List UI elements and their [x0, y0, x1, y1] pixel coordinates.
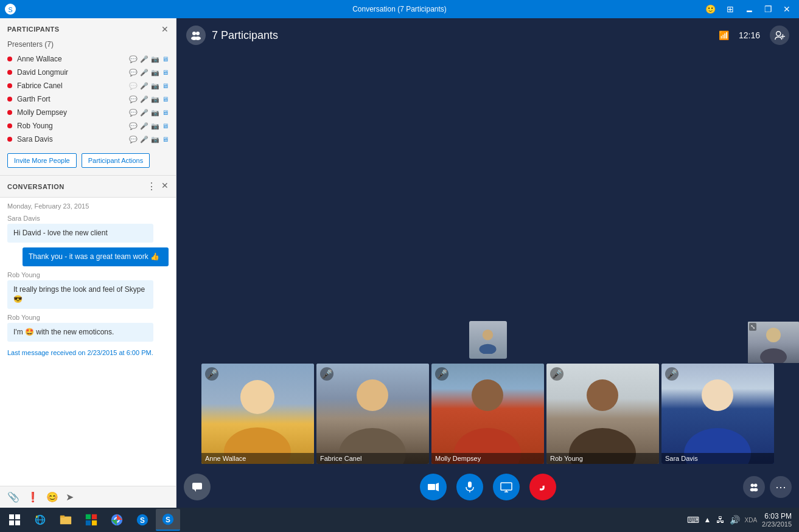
end-call-button[interactable]: [529, 474, 556, 500]
add-person-icon: [774, 30, 785, 41]
emoji-picker-icon[interactable]: 😊: [46, 491, 58, 503]
conversation-input-bar: 📎 ❗ 😊 ➤: [0, 486, 176, 508]
svg-rect-55: [92, 520, 97, 525]
ie-button[interactable]: e: [28, 509, 52, 531]
anne-wallace-tile[interactable]: 🎤 Anne Wallace: [201, 364, 314, 464]
svg-point-41: [753, 488, 758, 491]
store-button[interactable]: [79, 509, 103, 531]
skype-active-button[interactable]: S: [156, 509, 180, 531]
conversation-close-btn[interactable]: ✕: [161, 181, 169, 192]
conversation-more-btn[interactable]: ⋮: [147, 181, 156, 192]
controls-bar: ⋯: [176, 466, 799, 508]
video-icon: 📷: [151, 136, 159, 143]
invite-more-button[interactable]: Invite More People: [7, 153, 77, 168]
status-dot: [7, 57, 12, 61]
svg-text:S: S: [140, 516, 145, 525]
svg-rect-50: [60, 517, 71, 525]
video-toggle-button[interactable]: [420, 474, 447, 500]
mic-toggle-button[interactable]: [456, 474, 483, 500]
participant-item[interactable]: Garth Fort 💬 🎤 📷 🖥: [0, 92, 176, 106]
important-icon[interactable]: ❗: [27, 491, 39, 503]
participant-icons: 💬 🎤 📷 🖥: [129, 109, 169, 117]
participant-name: Rob Young: [17, 122, 129, 130]
participant-item[interactable]: Anne Wallace 💬 🎤 📷 🖥: [0, 52, 176, 66]
chat-bubble: Hi David - love the new client: [7, 224, 153, 243]
tray-chevron[interactable]: ▲: [704, 516, 711, 524]
add-person-button[interactable]: [770, 26, 789, 45]
left-panel: PARTICIPANTS ✕ Presenters (7) Anne Walla…: [0, 18, 176, 508]
participants-close-btn[interactable]: ✕: [161, 24, 169, 34]
minimize-icon[interactable]: 🗕: [741, 3, 757, 15]
explorer-icon: [59, 513, 72, 527]
rob-young-tile[interactable]: 🎤 Rob Young: [546, 364, 659, 464]
pip-expand-icon[interactable]: ⤡: [749, 323, 756, 331]
participant-item[interactable]: Fabrice Canel 💬 🎤 📷 🖥: [0, 79, 176, 92]
svg-point-24: [702, 379, 733, 411]
attachment-icon[interactable]: 📎: [7, 491, 19, 503]
signal-icon: 📶: [719, 30, 729, 40]
mute-icon: 🎤: [665, 367, 679, 381]
participant-actions-button[interactable]: Participant Actions: [82, 153, 150, 168]
restore-icon[interactable]: ❐: [761, 3, 776, 15]
more-options-button[interactable]: ⋯: [770, 476, 792, 498]
participants-view-button[interactable]: [743, 476, 765, 498]
fabrice-canel-tile[interactable]: 🎤 Fabrice Canel: [316, 364, 429, 464]
send-icon[interactable]: ➤: [66, 491, 74, 503]
conversation-body: Monday, February 23, 2015 Sara Davis Hi …: [0, 198, 176, 486]
skype-taskbar-icon: S: [136, 513, 149, 527]
group-small-icon: [748, 482, 759, 492]
svg-text:S: S: [8, 6, 12, 13]
mic-muted-icon: 🎤: [140, 136, 148, 143]
explorer-button[interactable]: [54, 509, 78, 531]
mic-muted-icon: 🎤: [140, 55, 148, 63]
svg-text:S: S: [166, 516, 170, 524]
chat-off-icon: 💬: [129, 82, 138, 90]
tile-name: Rob Young: [546, 453, 659, 464]
david-longmuir-pip-tile[interactable]: ⤡: [748, 322, 799, 363]
participant-name: Sara Davis: [17, 135, 129, 143]
garth-fort-tile[interactable]: [469, 321, 507, 359]
participant-item[interactable]: Rob Young 💬 🎤 📷 🖥: [0, 119, 176, 133]
chat-button[interactable]: [184, 474, 211, 500]
close-icon[interactable]: ✕: [780, 3, 794, 15]
participant-name: Fabrice Canel: [17, 81, 129, 90]
conversation-title: CONVERSATION: [7, 183, 65, 190]
participant-item[interactable]: David Longmuir 💬 🎤 📷 🖥: [0, 66, 176, 79]
screen-icon: [500, 481, 512, 493]
david-pip-wrapper: ⤡: [748, 322, 799, 363]
participant-item[interactable]: Sara Davis 💬 🎤 📷 🖥: [0, 133, 176, 146]
clock-time: 6:03 PM: [764, 512, 792, 520]
start-button[interactable]: [2, 509, 27, 531]
screen-share-button[interactable]: [493, 474, 520, 500]
emoji-icon[interactable]: 🙂: [702, 3, 719, 15]
svg-rect-52: [86, 514, 91, 519]
volume-icon[interactable]: 🔊: [730, 515, 740, 525]
svg-point-9: [483, 330, 494, 340]
video-grid-wrapper: 🎤 Anne Wallace: [176, 52, 799, 466]
status-dot: [7, 110, 12, 115]
screen-icon: 🖥: [162, 109, 169, 116]
participant-name: Molly Dempsey: [17, 108, 129, 117]
screen-icon: 🖥: [162, 95, 169, 103]
svg-rect-31: [428, 484, 435, 490]
participant-icons: 💬 🎤 📷 🖥: [129, 55, 169, 63]
grid-icon[interactable]: ⊞: [723, 3, 738, 15]
chrome-icon: [110, 513, 124, 527]
sara-davis-tile[interactable]: 🎤 Sara Davis: [661, 364, 774, 464]
main-container: PARTICIPANTS ✕ Presenters (7) Anne Walla…: [0, 18, 799, 508]
participant-item[interactable]: Molly Dempsey 💬 🎤 📷 🖥: [0, 106, 176, 119]
windows-icon: [9, 514, 21, 526]
video-header-right: 📶 12:16: [719, 26, 789, 45]
chrome-button[interactable]: [105, 509, 129, 531]
status-dot: [7, 137, 12, 142]
chat-bubble-self: Thank you - it was a great team work 👍: [23, 247, 169, 266]
molly-dempsey-tile[interactable]: 🎤 Molly Dempsey: [431, 364, 544, 464]
skype-taskbar-button[interactable]: S: [130, 509, 155, 531]
svg-rect-53: [92, 514, 97, 519]
title-bar-title: Conversation (7 Participants): [352, 5, 447, 13]
title-bar-controls: 🙂 ⊞ 🗕 ❐ ✕: [702, 3, 794, 15]
presenters-label: Presenters (7): [0, 38, 176, 52]
fabrice-tile-art: [316, 364, 429, 464]
chat-toggle-btn[interactable]: [184, 474, 211, 500]
participants-count: 7 Participants: [212, 29, 278, 42]
